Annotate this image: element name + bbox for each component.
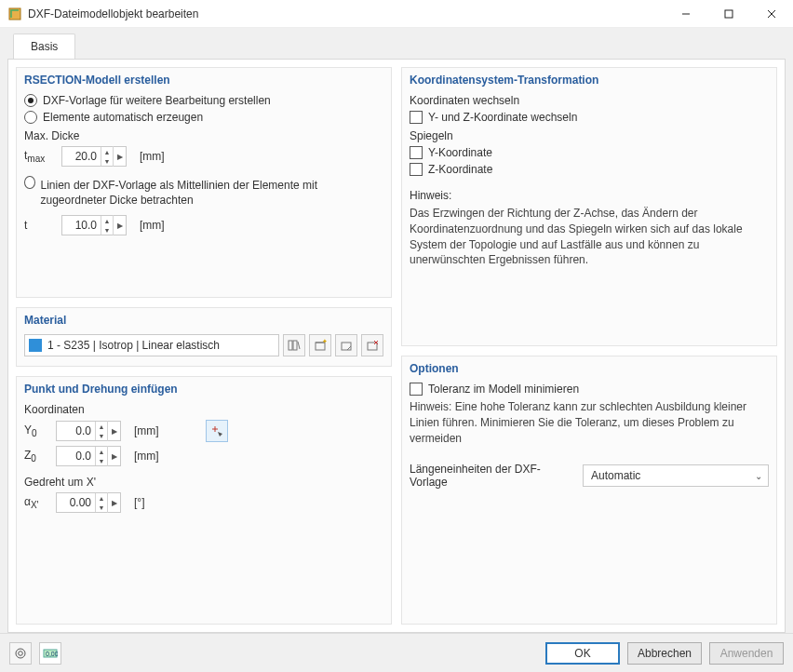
panel-coord-trans-title: Koordinatensystem-Transformation [410,74,769,87]
length-units-select[interactable]: Automatic ⌄ [583,464,769,487]
checkbox-mirror-z[interactable] [410,163,423,176]
z0-field[interactable]: 0.0 ▲▼ ▶ [56,446,121,466]
svg-point-19 [19,651,23,655]
checkbox-mirror-z-label: Z-Koordinate [428,163,492,176]
panel-coord-trans: Koordinatensystem-Transformation Koordin… [401,67,777,346]
material-library-button[interactable] [283,334,305,356]
panel-insert: Punkt und Drehung einfügen Koordinaten Y… [16,376,392,625]
tmax-unit: [mm] [140,150,165,163]
panel-options-title: Optionen [410,362,769,375]
checkbox-mirror-y[interactable] [410,146,423,159]
t-field[interactable]: 10.0 ▲▼ ▶ [61,215,127,235]
hint-heading: Hinweis: [410,189,769,202]
help-button[interactable] [9,642,32,665]
ax-value: 0.00 [57,496,95,509]
app-icon [7,7,22,21]
tmax-value: 20.0 [62,150,101,163]
window-buttons [665,0,793,28]
radio-centerlines[interactable] [24,176,35,189]
down-icon[interactable]: ▼ [101,225,113,235]
t-value: 10.0 [62,219,101,232]
up-icon[interactable]: ▲ [96,422,107,431]
radio-auto-label: Elemente automatisch erzeugen [43,111,203,124]
radio-template[interactable] [24,94,37,107]
t-unit: [mm] [140,219,165,232]
y0-unit: [mm] [134,424,159,437]
z0-label: Z0 [24,449,47,464]
close-button[interactable] [750,0,793,28]
length-units-value: Automatic [591,469,640,482]
pick-icon[interactable]: ▶ [107,421,120,441]
units-button[interactable]: 0,00 [39,642,61,665]
length-units-label: Längeneinheiten der DXF-Vorlage [410,463,570,489]
down-icon[interactable]: ▼ [96,456,107,465]
tab-basis[interactable]: Basis [13,34,75,59]
coord-pick-button[interactable] [206,420,228,442]
radio-centerlines-label: Linien der DXF-Vorlage als Mittellinien … [41,178,383,208]
down-icon[interactable]: ▼ [101,156,113,166]
up-icon[interactable]: ▲ [101,216,113,225]
pick-icon[interactable]: ▶ [107,446,120,466]
panel-material: Material 1 - S235 | Isotrop | Linear ela… [16,307,392,367]
material-value: 1 - S235 | Isotrop | Linear elastisch [47,339,220,352]
minimize-button[interactable] [665,0,707,28]
tab-strip: Basis [7,34,786,59]
svg-rect-5 [289,341,292,350]
max-thickness-label: Max. Dicke [24,129,383,142]
material-new-button[interactable]: ✦ [309,334,331,356]
apply-button[interactable]: Anwenden [709,642,784,665]
tmax-stepper[interactable]: ▲▼ [101,147,113,166]
rotation-label: Gedreht um X' [24,476,383,489]
t-pick-icon[interactable]: ▶ [113,215,126,235]
hint-text: Das Erzwingen der Richtung der Z-Achse, … [410,206,769,268]
radio-template-label: DXF-Vorlage für weitere Bearbeitung erst… [43,94,271,107]
panel-material-title: Material [24,314,383,327]
panel-rsection: RSECTION-Modell erstellen DXF-Vorlage fü… [16,67,392,298]
material-select[interactable]: 1 - S235 | Isotrop | Linear elastisch [24,334,279,356]
panel-options: Optionen Toleranz im Modell minimieren H… [401,356,777,625]
tmax-label: tmax [24,149,52,164]
svg-rect-2 [725,10,733,18]
checkbox-swap-yz-label: Y- und Z-Koordinate wechseln [428,111,577,124]
ax-label: αX' [24,495,47,510]
checkbox-min-tolerance-label: Toleranz im Modell minimieren [428,383,579,396]
down-icon[interactable]: ▼ [96,431,107,440]
svg-point-18 [16,649,25,658]
material-edit-button[interactable] [335,334,357,356]
svg-line-7 [298,342,300,349]
up-icon[interactable]: ▲ [96,493,107,503]
panel-rsection-title: RSECTION-Modell erstellen [24,74,383,87]
tmax-field[interactable]: 20.0 ▲▼ ▶ [61,146,127,167]
ax-unit: [°] [134,496,144,509]
z0-unit: [mm] [134,450,159,463]
up-icon[interactable]: ▲ [101,147,113,156]
tolerance-hint: Hinweis: Eine hohe Toleranz kann zur sch… [410,399,769,446]
up-icon[interactable]: ▲ [96,447,107,456]
radio-auto[interactable] [24,111,37,124]
checkbox-min-tolerance[interactable] [410,383,423,396]
tmax-pick-icon[interactable]: ▶ [113,146,126,167]
cancel-button[interactable]: Abbrechen [627,642,702,665]
y0-value: 0.0 [57,424,95,437]
ok-button[interactable]: OK [545,642,620,665]
svg-text:✦: ✦ [322,339,327,344]
dialog-footer: 0,00 OK Abbrechen Anwenden [0,633,793,672]
mirror-heading: Spiegeln [410,129,769,142]
svg-text:0,00: 0,00 [46,651,58,657]
material-color-swatch [29,339,42,352]
checkbox-mirror-y-label: Y-Koordinate [428,146,492,159]
down-icon[interactable]: ▼ [96,503,107,512]
maximize-button[interactable] [707,0,750,28]
pick-icon[interactable]: ▶ [107,492,120,513]
ax-field[interactable]: 0.00 ▲▼ ▶ [56,492,121,513]
svg-rect-11 [342,343,351,350]
checkbox-swap-yz[interactable] [410,111,423,124]
t-stepper[interactable]: ▲▼ [101,216,113,235]
chevron-down-icon: ⌄ [755,471,762,481]
material-delete-button[interactable] [361,334,383,356]
window-title: DXF-Dateimodellobjekt bearbeiten [28,7,665,20]
swap-heading: Koordinaten wechseln [410,94,769,107]
svg-line-12 [347,346,351,350]
coord-label: Koordinaten [24,403,383,416]
y0-field[interactable]: 0.0 ▲▼ ▶ [56,421,121,441]
